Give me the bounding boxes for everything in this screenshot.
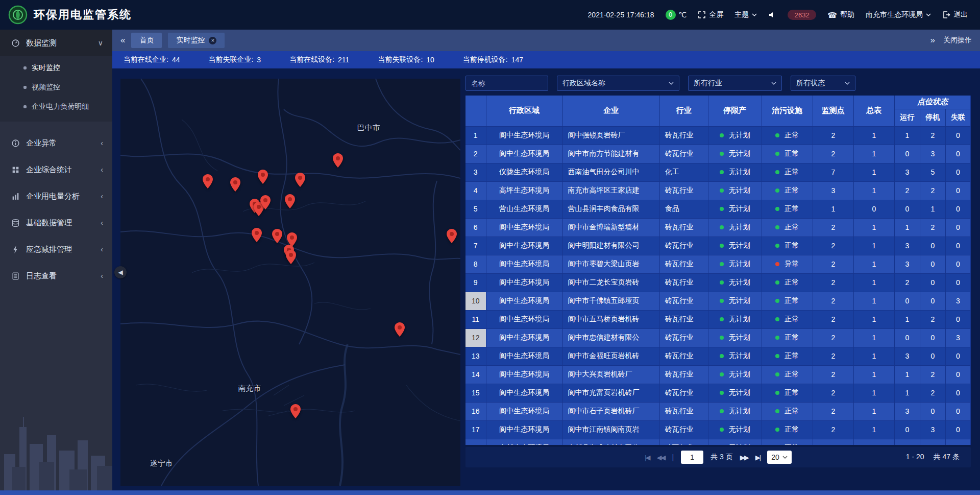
map-pin[interactable] xyxy=(333,153,343,168)
cell-run-count: 1 xyxy=(894,365,920,384)
map-pin[interactable] xyxy=(260,195,271,209)
cell-region: 阆中生态环境局 xyxy=(486,328,562,347)
sidebar-item-video-monitoring[interactable]: 视频监控 xyxy=(0,78,112,97)
table-row[interactable]: 15 阆中生态环境局 阆中市光富页岩机砖厂 砖瓦行业 无计划 xyxy=(465,384,971,402)
sidebar-group-electricity-analysis[interactable]: 企业用电量分析 ‹ xyxy=(0,183,112,209)
sidebar-group-data-monitoring[interactable]: 数据监测 ∨ xyxy=(0,30,112,56)
status-dot-icon xyxy=(775,207,779,211)
cell-monitor-count: 2 xyxy=(813,347,853,365)
first-page-button[interactable]: |◀ xyxy=(645,454,649,461)
cell-industry: 砖瓦行业 xyxy=(659,420,708,439)
table-row[interactable]: 4 高坪生态环境局 南充市高坪区王家店建 砖瓦行业 无计划 xyxy=(465,181,971,200)
status-dot-icon xyxy=(720,133,724,137)
sidebar-group-log-view[interactable]: 日志查看 ‹ xyxy=(0,263,112,289)
sidebar-group-basic-data[interactable]: 基础数据管理 ‹ xyxy=(0,209,112,236)
map-pin[interactable] xyxy=(203,174,213,188)
tab-bar: « 首页 实时监控 × » 关闭操作 xyxy=(112,30,980,51)
divider: | xyxy=(672,453,674,461)
cell-stop-status: 无计划 xyxy=(708,439,762,445)
skyline-decoration xyxy=(0,406,112,495)
enterprise-table: 行政区域 企业 行业 停限产 治污设施 监测点 总表 点位状态 xyxy=(465,96,971,445)
fullscreen-button[interactable]: 全屏 xyxy=(698,10,723,19)
info-icon xyxy=(11,139,20,148)
cell-company: 阆中市二龙长宝页岩砖 xyxy=(562,273,659,292)
map-pin[interactable] xyxy=(295,173,305,187)
map-pin[interactable] xyxy=(286,250,296,264)
region-filter-select[interactable]: 行政区域名称 xyxy=(557,76,679,91)
cell-index: 6 xyxy=(465,218,486,237)
cell-index: 12 xyxy=(465,328,486,347)
status-filter-select[interactable]: 所有状态 xyxy=(791,76,855,91)
cell-run-count: 2 xyxy=(894,181,920,200)
table-row[interactable]: 12 阆中生态环境局 阆中市忠信建材有限公 砖瓦行业 无计划 xyxy=(465,328,971,347)
cell-lost-count: 0 xyxy=(945,126,970,145)
stat-item: 当前失联企业: 3 xyxy=(208,55,261,64)
close-operations-button[interactable]: 关闭操作 xyxy=(943,36,972,45)
sidebar-group-enterprise-abnormal[interactable]: 企业异常 ‹ xyxy=(0,130,112,156)
cell-facility-status: 正常 xyxy=(762,200,813,218)
next-page-button[interactable]: ▶▶ xyxy=(740,454,748,461)
tab-realtime-monitoring[interactable]: 实时监控 × xyxy=(168,33,225,48)
sidebar-group-emergency-reduction[interactable]: 应急减排管理 ‹ xyxy=(0,236,112,263)
table-row[interactable]: 8 阆中生态环境局 阆中市枣碧大梁山页岩 砖瓦行业 无计划 xyxy=(465,255,971,273)
table-row[interactable]: 13 阆中生态环境局 阆中市金福旺页岩机砖 砖瓦行业 无计划 xyxy=(465,347,971,365)
sound-button[interactable] xyxy=(768,11,776,19)
map-pin[interactable] xyxy=(447,229,457,243)
close-icon[interactable]: × xyxy=(209,37,216,44)
prev-page-button[interactable]: ◀◀ xyxy=(657,454,665,461)
sidebar-item-power-load-detail[interactable]: 企业电力负荷明细 xyxy=(0,97,112,116)
notification-badge[interactable]: 2632 xyxy=(788,10,816,20)
scroll-right-icon[interactable]: » xyxy=(930,35,935,45)
map-pin[interactable] xyxy=(252,228,262,242)
table-row[interactable]: 14 阆中生态环境局 阆中大兴页岩机砖厂 砖瓦行业 无计划 xyxy=(465,365,971,384)
map[interactable]: 巴中市 南充市 遂宁市 xyxy=(120,79,460,486)
map-pin[interactable] xyxy=(395,322,405,337)
tab-home[interactable]: 首页 xyxy=(131,33,162,48)
table-row[interactable]: 18 南部生态环境局 南部县兴盛建材有限公 砖瓦行业 无计划 xyxy=(465,439,971,445)
cell-index: 2 xyxy=(465,145,486,163)
enterprise-table-container: 行政区域 企业 行业 停限产 治污设施 监测点 总表 点位状态 xyxy=(465,96,971,445)
map-collapse-handle[interactable]: ◀ xyxy=(114,266,127,278)
map-pin[interactable] xyxy=(285,194,295,208)
table-row[interactable]: 16 阆中生态环境局 阆中市石子页岩机砖厂 砖瓦行业 无计划 xyxy=(465,402,971,420)
help-button[interactable]: ☎ 帮助 xyxy=(827,10,854,19)
cell-meter-count: 1 xyxy=(853,365,894,384)
table-row[interactable]: 2 阆中生态环境局 阆中市南方节能建材有 砖瓦行业 无计划 xyxy=(465,145,971,163)
table-row[interactable]: 3 仪陇生态环境局 西南油气田分公司川中 化工 无计划 xyxy=(465,163,971,181)
table-row[interactable]: 17 阆中生态环境局 阆中市江南镇阆南页岩 砖瓦行业 无计划 xyxy=(465,420,971,439)
map-pin[interactable] xyxy=(290,404,301,418)
status-dot-icon xyxy=(775,317,779,321)
cell-facility-status: 正常 xyxy=(762,347,813,365)
cell-meter-count: 1 xyxy=(853,273,894,292)
cell-company: 南部县兴盛建材有限公 xyxy=(562,439,659,445)
sidebar-item-realtime-monitoring[interactable]: 实时监控 xyxy=(0,58,112,78)
cell-facility-status: 异常 xyxy=(762,255,813,273)
organization-menu[interactable]: 南充市生态环境局 xyxy=(866,10,931,19)
page-input[interactable] xyxy=(681,451,703,464)
theme-menu[interactable]: 主题 xyxy=(734,10,757,19)
status-dot-icon xyxy=(720,299,724,303)
map-pin[interactable] xyxy=(272,229,282,243)
industry-filter-select[interactable]: 所有行业 xyxy=(688,76,782,91)
cell-stop-status: 无计划 xyxy=(708,200,762,218)
table-row[interactable]: 11 阆中生态环境局 阆中市五马桥页岩机砖 砖瓦行业 无计划 xyxy=(465,310,971,328)
sidebar-group-enterprise-statistics[interactable]: 企业综合统计 ‹ xyxy=(0,156,112,183)
total-pages-label: 共 3 页 xyxy=(710,453,733,462)
table-row[interactable]: 7 阆中生态环境局 阆中明阳建材有限公司 砖瓦行业 无计划 xyxy=(465,237,971,255)
logout-button[interactable]: 退出 xyxy=(942,10,968,19)
cell-industry: 砖瓦行业 xyxy=(659,365,708,384)
table-row[interactable]: 9 阆中生态环境局 阆中市二龙长宝页岩砖 砖瓦行业 无计划 xyxy=(465,273,971,292)
name-filter-input[interactable] xyxy=(465,76,548,91)
table-row[interactable]: 6 阆中生态环境局 阆中市金博瑞新型墙材 砖瓦行业 无计划 xyxy=(465,218,971,237)
table-row[interactable]: 5 营山生态环境局 营山县润丰肉食品有限 食品 无计划 xyxy=(465,200,971,218)
map-pin[interactable] xyxy=(230,177,240,192)
page-size-select[interactable]: 20 xyxy=(767,451,792,464)
table-row[interactable]: 10 阆中生态环境局 阆中市千佛镇五郎垭页 砖瓦行业 无计划 xyxy=(465,292,971,310)
cell-company: 阆中市枣碧大梁山页岩 xyxy=(562,255,659,273)
map-pin[interactable] xyxy=(258,170,268,184)
fullscreen-icon xyxy=(698,11,706,19)
table-row[interactable]: 1 阆中生态环境局 阆中强锐页岩砖厂 砖瓦行业 无计划 xyxy=(465,126,971,145)
last-page-button[interactable]: ▶| xyxy=(755,454,760,461)
scroll-left-icon[interactable]: « xyxy=(120,35,125,45)
cell-monitor-count: 2 xyxy=(813,145,853,163)
